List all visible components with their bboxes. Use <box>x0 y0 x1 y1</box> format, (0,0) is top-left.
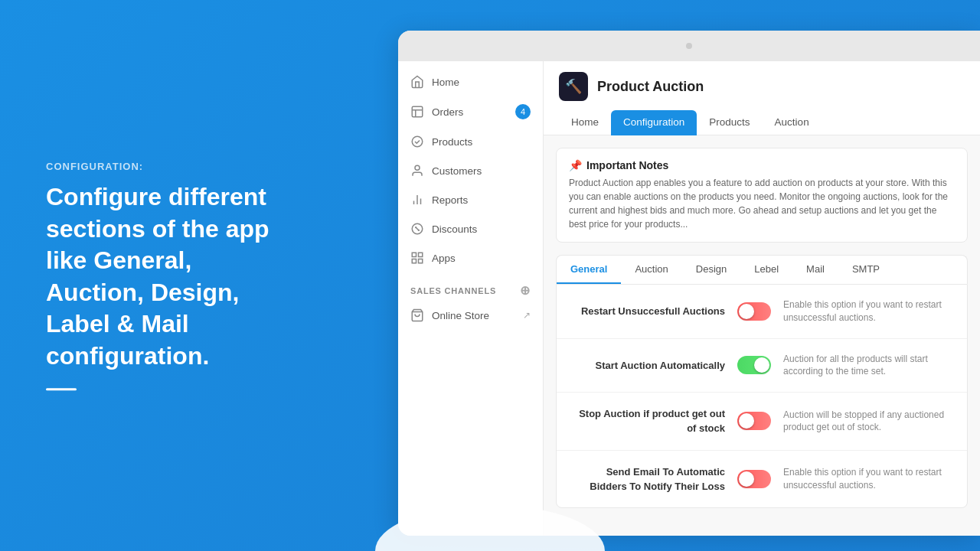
setting-label-restart: Restart Unsuccesfull Auctions <box>572 304 725 318</box>
window-topbar <box>398 31 980 61</box>
svg-point-3 <box>412 136 423 147</box>
svg-point-11 <box>419 230 420 231</box>
app-logo-icon: 🔨 <box>565 78 582 95</box>
sales-channels-section: SALES CHANNELS ⊕ <box>398 272 543 301</box>
setting-label-email-bidders: Send Email To Automatic Bidders To Notif… <box>572 465 725 494</box>
sidebar-item-discounts[interactable]: Discounts <box>398 214 543 243</box>
orders-icon <box>410 105 424 119</box>
tab-smtp[interactable]: SMTP <box>838 256 893 284</box>
tab-mail[interactable]: Mail <box>792 256 838 284</box>
toggle-knob-auto-start <box>754 357 769 373</box>
toggle-email-bidders[interactable] <box>737 470 771 488</box>
sidebar-discounts-label: Discounts <box>432 223 477 235</box>
setting-row-email-bidders: Send Email To Automatic Bidders To Notif… <box>557 451 967 507</box>
notes-box: 📌 Important Notes Product Auction app en… <box>556 148 968 243</box>
sidebar-apps-label: Apps <box>432 253 456 264</box>
store-icon <box>410 308 424 322</box>
discounts-icon <box>410 222 424 236</box>
tab-auction[interactable]: Auction <box>621 256 681 284</box>
left-divider <box>46 388 77 390</box>
add-channel-icon[interactable]: ⊕ <box>520 283 531 298</box>
sidebar-item-apps[interactable]: Apps <box>398 243 543 272</box>
sidebar: Home Orders 4 <box>398 61 544 536</box>
customers-icon <box>410 164 424 178</box>
notes-icon: 📌 <box>569 159 582 171</box>
sidebar-item-home[interactable]: Home <box>398 67 543 96</box>
svg-rect-15 <box>419 259 423 263</box>
setting-info-auto-start: Auction for all the products will start … <box>783 353 952 379</box>
setting-row-out-of-stock: Stop Auction if product get out of stock… <box>557 393 967 450</box>
sales-channels-label: SALES CHANNELS <box>410 286 496 295</box>
app-title: Product Auction <box>597 79 704 95</box>
toggle-knob-restart <box>739 304 754 319</box>
left-panel: CONFIGURATION: Configure different secti… <box>46 161 291 390</box>
svg-point-10 <box>416 227 416 228</box>
window-dot <box>686 43 692 49</box>
sidebar-customers-label: Customers <box>432 165 482 177</box>
main-panel: 🔨 Product Auction Home Configuration Pro… <box>544 61 980 536</box>
app-header: 🔨 Product Auction Home Configuration Pro… <box>544 61 980 135</box>
app-content: Home Orders 4 <box>398 61 980 536</box>
content-area: 📌 Important Notes Product Auction app en… <box>544 135 980 536</box>
nav-home[interactable]: Home <box>559 110 611 135</box>
svg-rect-0 <box>412 106 423 117</box>
reports-icon <box>410 193 424 207</box>
home-icon <box>410 75 424 89</box>
left-label: CONFIGURATION: <box>46 161 291 172</box>
svg-point-4 <box>415 165 420 170</box>
sidebar-item-products[interactable]: Products <box>398 127 543 156</box>
svg-rect-13 <box>419 253 423 256</box>
config-tabs: General Auction Design Lebel Mail SMTP <box>556 255 968 284</box>
toggle-knob-out-of-stock <box>739 413 754 429</box>
sidebar-home-label: Home <box>432 77 459 88</box>
notes-title: 📌 Important Notes <box>569 159 955 171</box>
tab-lebel[interactable]: Lebel <box>740 256 792 284</box>
external-link-icon[interactable]: ↗ <box>523 310 531 321</box>
setting-row-auto-start: Start Auction Automatically Auction for … <box>557 339 967 393</box>
app-window: Home Orders 4 <box>398 31 980 536</box>
nav-configuration[interactable]: Configuration <box>611 110 697 135</box>
setting-label-out-of-stock: Stop Auction if product get out of stock <box>572 406 725 435</box>
toggle-restart[interactable] <box>737 302 771 321</box>
setting-info-email-bidders: Enable this option if you want to restar… <box>783 466 952 492</box>
nav-auction[interactable]: Auction <box>763 110 822 135</box>
app-logo: 🔨 <box>559 72 588 101</box>
toggle-out-of-stock[interactable] <box>737 412 771 430</box>
products-icon <box>410 135 424 148</box>
setting-info-out-of-stock: Auction will be stopped if any auctioned… <box>783 409 952 435</box>
sidebar-item-online-store[interactable]: Online Store ↗ <box>398 301 543 330</box>
toggle-knob-email-bidders <box>739 471 754 487</box>
sidebar-reports-label: Reports <box>432 194 468 206</box>
nav-products[interactable]: Products <box>697 110 762 135</box>
online-store-label: Online Store <box>432 310 489 321</box>
tab-general[interactable]: General <box>557 256 621 284</box>
notes-text: Product Auction app enables you a featur… <box>569 176 955 231</box>
setting-row-restart: Restart Unsuccesfull Auctions Enable thi… <box>557 285 967 339</box>
settings-container: Restart Unsuccesfull Auctions Enable thi… <box>556 284 968 508</box>
sidebar-products-label: Products <box>432 136 472 148</box>
setting-info-restart: Enable this option if you want to restar… <box>783 298 952 324</box>
tab-design[interactable]: Design <box>682 256 740 284</box>
app-nav: Home Configuration Products Auction <box>559 110 965 135</box>
app-header-top: 🔨 Product Auction <box>559 72 965 101</box>
orders-badge: 4 <box>515 104 531 119</box>
sidebar-item-orders[interactable]: Orders 4 <box>398 96 543 127</box>
svg-rect-14 <box>412 259 416 263</box>
sidebar-item-reports[interactable]: Reports <box>398 185 543 214</box>
apps-icon <box>410 251 424 265</box>
sidebar-item-customers[interactable]: Customers <box>398 156 543 185</box>
sidebar-orders-label: Orders <box>432 106 463 118</box>
toggle-auto-start[interactable] <box>737 356 771 374</box>
setting-label-auto-start: Start Auction Automatically <box>572 358 725 373</box>
left-title: Configure different sections of the app … <box>46 181 291 373</box>
svg-rect-12 <box>412 253 416 256</box>
